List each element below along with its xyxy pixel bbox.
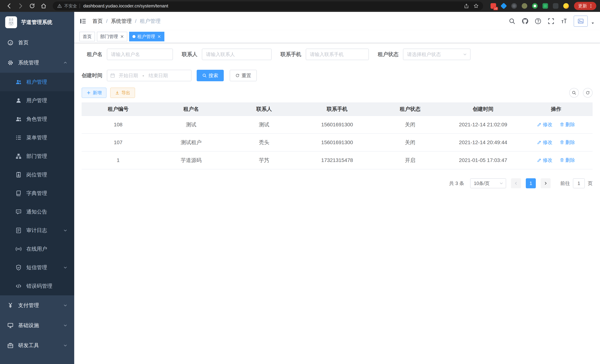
tab-home[interactable]: 首页 <box>79 32 95 41</box>
extension-icon[interactable] <box>501 3 507 9</box>
caret-down-icon[interactable] <box>591 21 595 25</box>
sidebar-item-online-user[interactable]: 在线用户 <box>0 240 74 258</box>
breadcrumb-system[interactable]: 系统管理 <box>111 18 132 25</box>
github-icon[interactable] <box>522 18 528 25</box>
close-icon[interactable] <box>120 35 124 38</box>
extension-icon[interactable]: 10 <box>490 3 496 9</box>
search-button[interactable]: 搜索 <box>197 70 224 81</box>
refresh-table-button[interactable] <box>583 88 593 98</box>
browser-home-icon[interactable] <box>40 3 47 9</box>
tab-tenant[interactable]: 租户管理 <box>129 32 164 41</box>
prev-page-button[interactable] <box>511 178 521 188</box>
tenant-table: 租户编号 租户名 联系人 联系手机 租户状态 创建时间 操作 108 测试 <box>82 103 593 169</box>
broken-image-icon <box>577 18 584 24</box>
fullscreen-icon[interactable] <box>548 18 554 25</box>
extension-icon[interactable] <box>532 3 538 9</box>
header-search-icon[interactable] <box>509 18 516 25</box>
menu-dots-icon[interactable] <box>589 3 593 8</box>
sidebar-item-system[interactable]: 系统管理 <box>0 53 74 73</box>
share-icon[interactable] <box>464 3 469 9</box>
extension-icon[interactable] <box>543 3 548 9</box>
cell-status: 关闭 <box>374 134 447 151</box>
sidebar-item-payment[interactable]: 支付管理 <box>0 295 74 315</box>
next-page-button[interactable] <box>541 178 551 188</box>
sidebar-item-error-code[interactable]: 错误码管理 <box>0 277 74 295</box>
status-select[interactable]: 请选择租户状态 <box>403 49 470 60</box>
edit-button[interactable]: 修改 <box>537 157 552 163</box>
tab-dept[interactable]: 部门管理 <box>97 32 127 41</box>
active-tab-dot <box>132 35 135 38</box>
date-range-picker[interactable]: - <box>107 70 191 81</box>
chevron-down-icon <box>63 265 67 270</box>
export-button[interactable]: 导出 <box>110 88 135 98</box>
warning-icon <box>57 3 62 8</box>
puzzle-extension-icon[interactable] <box>553 3 558 9</box>
sidebar-item-role[interactable]: 角色管理 <box>0 110 74 128</box>
refresh-icon <box>235 73 240 78</box>
cell-actions: 修改 删除 <box>520 151 593 169</box>
add-button[interactable]: 新增 <box>82 88 106 98</box>
reload-icon[interactable] <box>29 3 35 9</box>
user-avatar[interactable] <box>574 16 588 27</box>
sidebar-item-dev-tools[interactable]: 研发工具 <box>0 336 74 355</box>
chevron-left-icon <box>514 181 518 186</box>
address-divider <box>80 3 80 8</box>
sidebar-item-menu[interactable]: 菜单管理 <box>0 128 74 147</box>
sidebar-item-tenant[interactable]: 租户管理 <box>0 73 74 91</box>
sidebar-item-audit-log[interactable]: 审计日志 <box>0 221 74 240</box>
start-date-input[interactable] <box>115 73 142 78</box>
help-icon[interactable] <box>535 18 541 25</box>
goto-page-input[interactable] <box>573 178 585 188</box>
sidebar-item-dept[interactable]: 部门管理 <box>0 147 74 166</box>
edit-pencil-icon <box>537 122 542 127</box>
reset-button[interactable]: 重置 <box>230 70 257 81</box>
sidebar-item-dict[interactable]: 字典管理 <box>0 184 74 203</box>
sidebar-item-user[interactable]: 用户管理 <box>0 91 74 110</box>
browser-update-button[interactable]: 更新 <box>574 2 596 10</box>
bookmark-star-icon[interactable] <box>473 3 479 9</box>
filter-status: 租户状态 请选择租户状态 <box>378 49 470 60</box>
sidebar-item-label: 用户管理 <box>26 97 47 104</box>
back-icon[interactable] <box>6 3 12 9</box>
sidebar-fold-icon[interactable] <box>79 18 86 25</box>
download-icon <box>115 91 120 95</box>
sidebar-item-notice[interactable]: 通知公告 <box>0 203 74 221</box>
sidebar-item-label: 支付管理 <box>18 302 39 309</box>
sidebar-item-sms[interactable]: 短信管理 <box>0 258 74 277</box>
breadcrumb-separator: / <box>106 18 108 24</box>
font-size-icon[interactable] <box>561 18 567 25</box>
address-bar[interactable]: 不安全 dashboard.yudao.iocoder.cn/system/te… <box>53 1 483 10</box>
extension-icon[interactable] <box>522 3 527 9</box>
sidebar-item-label: 部门管理 <box>26 153 47 160</box>
tenant-name-input[interactable] <box>107 49 173 60</box>
delete-button[interactable]: 删除 <box>560 157 575 163</box>
sidebar-item-infrastructure[interactable]: 基础设施 <box>0 315 74 336</box>
edit-button[interactable]: 修改 <box>537 139 552 146</box>
filter-tenant-name: 租户名 <box>82 49 173 60</box>
status-label: 租户状态 <box>378 51 399 58</box>
cell-actions: 修改 删除 <box>520 116 593 134</box>
sidebar-item-home[interactable]: 首页 <box>0 33 74 53</box>
breadcrumb-home[interactable]: 首页 <box>92 18 103 25</box>
security-label: 不安全 <box>64 3 77 9</box>
edit-button[interactable]: 修改 <box>537 121 552 128</box>
add-button-label: 新增 <box>93 90 102 96</box>
toggle-search-button[interactable] <box>569 88 579 98</box>
org-tree-icon <box>16 153 21 159</box>
chevron-right-icon <box>544 181 548 186</box>
forward-icon[interactable] <box>18 3 24 9</box>
contact-input[interactable] <box>202 49 272 60</box>
cell-tenant-name: 测试 <box>155 116 227 134</box>
sidebar-item-label: 字典管理 <box>26 190 47 197</box>
end-date-input[interactable] <box>145 73 172 78</box>
phone-input[interactable] <box>306 49 369 60</box>
extension-icon[interactable] <box>563 3 569 9</box>
extension-icon[interactable] <box>511 3 517 9</box>
sidebar-item-post[interactable]: 岗位管理 <box>0 166 74 184</box>
delete-button[interactable]: 删除 <box>560 121 575 128</box>
page-size-select[interactable]: 10条/页 <box>470 178 506 188</box>
chevron-down-icon <box>63 343 67 348</box>
page-number-button[interactable]: 1 <box>526 178 536 188</box>
delete-button[interactable]: 删除 <box>560 139 575 146</box>
close-icon[interactable] <box>157 35 161 38</box>
